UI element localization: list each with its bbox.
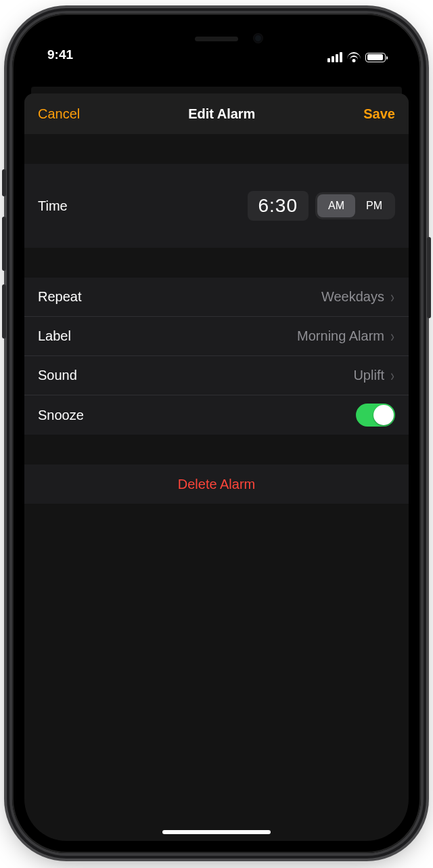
time-label: Time: [38, 198, 68, 214]
sound-value: Uplift: [353, 368, 384, 383]
chevron-right-icon: ›: [390, 289, 394, 305]
label-row[interactable]: Label Morning Alarm ›: [24, 317, 409, 356]
mute-switch: [2, 169, 6, 196]
snooze-label: Snooze: [38, 408, 84, 423]
edit-alarm-sheet: Cancel Edit Alarm Save Time 6:30 AM PM: [24, 93, 409, 841]
pm-option[interactable]: PM: [355, 194, 393, 217]
app-content: Cancel Edit Alarm Save Time 6:30 AM PM: [24, 66, 409, 841]
ampm-segmented-control[interactable]: AM PM: [315, 192, 395, 219]
cancel-button[interactable]: Cancel: [38, 106, 80, 122]
snooze-row: Snooze: [24, 395, 409, 435]
wifi-icon: [347, 52, 361, 62]
sound-row[interactable]: Sound Uplift ›: [24, 356, 409, 395]
delete-alarm-button[interactable]: Delete Alarm: [24, 464, 409, 504]
battery-icon: [365, 53, 386, 62]
chevron-right-icon: ›: [390, 368, 394, 384]
sound-label: Sound: [38, 368, 77, 383]
am-option[interactable]: AM: [317, 194, 355, 217]
page-title: Edit Alarm: [188, 106, 255, 122]
home-indicator[interactable]: [162, 830, 271, 834]
volume-down-button: [2, 284, 6, 339]
switch-knob: [373, 405, 394, 425]
time-row: Time 6:30 AM PM: [24, 164, 409, 248]
snooze-switch[interactable]: [356, 404, 395, 427]
options-list: Repeat Weekdays › Label Morning Alarm ›: [24, 278, 409, 435]
time-input[interactable]: 6:30: [248, 191, 309, 221]
side-button: [427, 237, 431, 318]
repeat-row[interactable]: Repeat Weekdays ›: [24, 278, 409, 317]
volume-up-button: [2, 217, 6, 271]
speaker-grille: [195, 37, 238, 41]
repeat-value: Weekdays: [321, 289, 384, 305]
save-button[interactable]: Save: [363, 106, 395, 122]
nav-bar: Cancel Edit Alarm Save: [24, 93, 409, 134]
label-label: Label: [38, 328, 71, 344]
notch: [133, 26, 300, 51]
chevron-right-icon: ›: [390, 328, 394, 345]
status-time: 9:41: [47, 47, 73, 62]
front-camera: [254, 34, 263, 43]
label-value: Morning Alarm: [297, 328, 384, 344]
phone-frame: 9:41 Cancel Edit Alarm Save Time 6:30: [12, 14, 421, 853]
cellular-signal-icon: [327, 52, 342, 62]
screen: 9:41 Cancel Edit Alarm Save Time 6:30: [24, 26, 409, 841]
repeat-label: Repeat: [38, 289, 82, 305]
